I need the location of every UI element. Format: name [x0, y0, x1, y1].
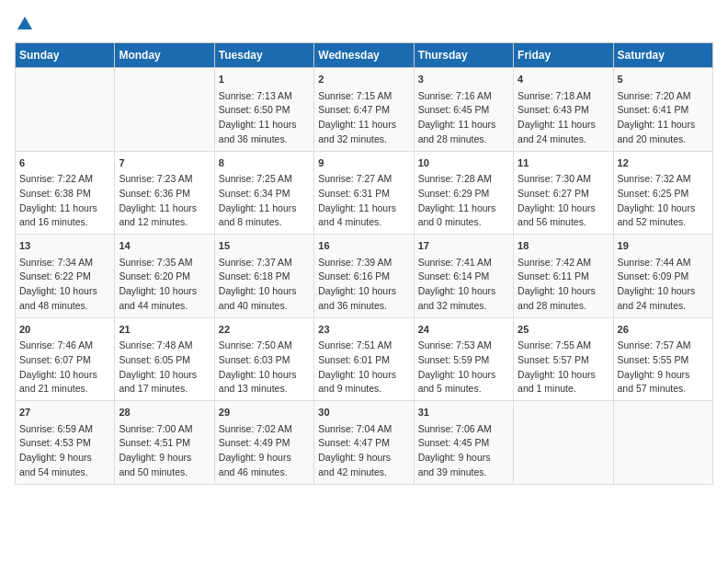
- day-content: Sunrise: 7:00 AM Sunset: 4:51 PM Dayligh…: [119, 422, 210, 480]
- calendar-cell: 4Sunrise: 7:18 AM Sunset: 6:43 PM Daylig…: [514, 68, 613, 152]
- calendar-week-1: 1Sunrise: 7:13 AM Sunset: 6:50 PM Daylig…: [16, 68, 713, 152]
- day-content: Sunrise: 7:46 AM Sunset: 6:07 PM Dayligh…: [19, 339, 110, 396]
- calendar-cell: 19Sunrise: 7:44 AM Sunset: 6:09 PM Dayli…: [613, 235, 712, 318]
- day-header-thursday: Thursday: [414, 43, 513, 68]
- day-content: Sunrise: 7:22 AM Sunset: 6:38 PM Dayligh…: [19, 172, 110, 230]
- calendar-cell: 22Sunrise: 7:50 AM Sunset: 6:03 PM Dayli…: [214, 317, 313, 401]
- calendar-cell: 16Sunrise: 7:39 AM Sunset: 6:16 PM Dayli…: [314, 235, 414, 318]
- day-number: 4: [518, 72, 609, 87]
- calendar-cell: 6Sunrise: 7:22 AM Sunset: 6:38 PM Daylig…: [16, 151, 115, 235]
- day-number: 5: [618, 72, 709, 87]
- day-number: 16: [318, 238, 409, 254]
- day-number: 6: [19, 155, 110, 171]
- day-number: 18: [518, 238, 609, 254]
- day-content: Sunrise: 7:13 AM Sunset: 6:50 PM Dayligh…: [219, 89, 310, 147]
- day-content: Sunrise: 7:44 AM Sunset: 6:09 PM Dayligh…: [618, 256, 709, 314]
- day-number: 28: [119, 405, 210, 420]
- calendar-cell: 24Sunrise: 7:53 AM Sunset: 5:59 PM Dayli…: [414, 317, 513, 401]
- calendar-cell: 25Sunrise: 7:55 AM Sunset: 5:57 PM Dayli…: [514, 317, 613, 401]
- day-content: Sunrise: 7:32 AM Sunset: 6:25 PM Dayligh…: [618, 172, 709, 230]
- day-content: Sunrise: 7:30 AM Sunset: 6:27 PM Dayligh…: [518, 172, 609, 230]
- calendar-cell: 11Sunrise: 7:30 AM Sunset: 6:27 PM Dayli…: [514, 151, 613, 235]
- day-number: 25: [518, 322, 609, 338]
- calendar-cell: [613, 401, 712, 485]
- calendar-cell: 26Sunrise: 7:57 AM Sunset: 5:55 PM Dayli…: [613, 317, 712, 401]
- calendar-cell: 31Sunrise: 7:06 AM Sunset: 4:45 PM Dayli…: [414, 401, 513, 485]
- day-content: Sunrise: 7:15 AM Sunset: 6:47 PM Dayligh…: [318, 89, 409, 147]
- day-number: 26: [618, 322, 709, 338]
- calendar-cell: 12Sunrise: 7:32 AM Sunset: 6:25 PM Dayli…: [613, 151, 712, 235]
- calendar-cell: 5Sunrise: 7:20 AM Sunset: 6:41 PM Daylig…: [613, 68, 712, 152]
- day-number: 9: [318, 155, 409, 171]
- day-content: Sunrise: 7:02 AM Sunset: 4:49 PM Dayligh…: [219, 422, 310, 480]
- day-content: Sunrise: 7:50 AM Sunset: 6:03 PM Dayligh…: [219, 339, 310, 396]
- day-number: 1: [219, 72, 310, 87]
- calendar-cell: 20Sunrise: 7:46 AM Sunset: 6:07 PM Dayli…: [16, 317, 115, 401]
- day-number: 7: [119, 155, 210, 171]
- day-header-tuesday: Tuesday: [214, 43, 313, 68]
- day-content: Sunrise: 6:59 AM Sunset: 4:53 PM Dayligh…: [19, 422, 110, 480]
- calendar-cell: 21Sunrise: 7:48 AM Sunset: 6:05 PM Dayli…: [115, 317, 214, 401]
- day-content: Sunrise: 7:04 AM Sunset: 4:47 PM Dayligh…: [318, 422, 409, 480]
- day-content: Sunrise: 7:28 AM Sunset: 6:29 PM Dayligh…: [418, 172, 509, 230]
- day-number: 22: [219, 322, 310, 338]
- day-content: Sunrise: 7:51 AM Sunset: 6:01 PM Dayligh…: [318, 339, 409, 396]
- calendar-cell: 23Sunrise: 7:51 AM Sunset: 6:01 PM Dayli…: [314, 317, 414, 401]
- calendar-cell: 3Sunrise: 7:16 AM Sunset: 6:45 PM Daylig…: [414, 68, 513, 152]
- day-number: 11: [518, 155, 609, 171]
- calendar-table: SundayMondayTuesdayWednesdayThursdayFrid…: [15, 42, 713, 485]
- day-content: Sunrise: 7:23 AM Sunset: 6:36 PM Dayligh…: [119, 172, 210, 230]
- day-content: Sunrise: 7:20 AM Sunset: 6:41 PM Dayligh…: [618, 89, 709, 147]
- day-header-monday: Monday: [115, 43, 214, 68]
- calendar-week-2: 6Sunrise: 7:22 AM Sunset: 6:38 PM Daylig…: [16, 151, 713, 235]
- calendar-cell: 13Sunrise: 7:34 AM Sunset: 6:22 PM Dayli…: [16, 235, 115, 318]
- calendar-week-3: 13Sunrise: 7:34 AM Sunset: 6:22 PM Dayli…: [16, 235, 713, 318]
- calendar-cell: 7Sunrise: 7:23 AM Sunset: 6:36 PM Daylig…: [115, 151, 214, 235]
- day-content: Sunrise: 7:57 AM Sunset: 5:55 PM Dayligh…: [618, 339, 709, 396]
- calendar-cell: 2Sunrise: 7:15 AM Sunset: 6:47 PM Daylig…: [314, 68, 414, 152]
- day-content: Sunrise: 7:39 AM Sunset: 6:16 PM Dayligh…: [318, 256, 409, 314]
- day-number: 2: [318, 72, 409, 87]
- day-number: 30: [318, 405, 409, 420]
- calendar-cell: 29Sunrise: 7:02 AM Sunset: 4:49 PM Dayli…: [214, 401, 313, 485]
- day-header-friday: Friday: [514, 43, 613, 68]
- day-number: 17: [418, 238, 509, 254]
- day-content: Sunrise: 7:37 AM Sunset: 6:18 PM Dayligh…: [219, 256, 310, 314]
- svg-marker-0: [17, 17, 32, 29]
- calendar-cell: [115, 68, 214, 152]
- day-number: 12: [618, 155, 709, 171]
- calendar-cell: 17Sunrise: 7:41 AM Sunset: 6:14 PM Dayli…: [414, 235, 513, 318]
- day-content: Sunrise: 7:06 AM Sunset: 4:45 PM Dayligh…: [418, 422, 509, 480]
- calendar-cell: 8Sunrise: 7:25 AM Sunset: 6:34 PM Daylig…: [214, 151, 313, 235]
- day-number: 23: [318, 322, 409, 338]
- day-number: 27: [19, 405, 110, 420]
- page-header: [15, 15, 713, 35]
- day-number: 21: [119, 322, 210, 338]
- day-content: Sunrise: 7:53 AM Sunset: 5:59 PM Dayligh…: [418, 339, 509, 396]
- calendar-cell: 1Sunrise: 7:13 AM Sunset: 6:50 PM Daylig…: [214, 68, 313, 152]
- calendar-cell: 30Sunrise: 7:04 AM Sunset: 4:47 PM Dayli…: [314, 401, 414, 485]
- calendar-cell: [514, 401, 613, 485]
- day-number: 31: [418, 405, 509, 420]
- day-content: Sunrise: 7:27 AM Sunset: 6:31 PM Dayligh…: [318, 172, 409, 230]
- calendar-week-4: 20Sunrise: 7:46 AM Sunset: 6:07 PM Dayli…: [16, 317, 713, 401]
- calendar-cell: 10Sunrise: 7:28 AM Sunset: 6:29 PM Dayli…: [414, 151, 513, 235]
- calendar-header: SundayMondayTuesdayWednesdayThursdayFrid…: [16, 43, 713, 68]
- day-content: Sunrise: 7:55 AM Sunset: 5:57 PM Dayligh…: [518, 339, 609, 396]
- calendar-cell: 27Sunrise: 6:59 AM Sunset: 4:53 PM Dayli…: [16, 401, 115, 485]
- day-number: 14: [119, 238, 210, 254]
- calendar-cell: [16, 68, 115, 152]
- calendar-cell: 18Sunrise: 7:42 AM Sunset: 6:11 PM Dayli…: [514, 235, 613, 318]
- day-content: Sunrise: 7:42 AM Sunset: 6:11 PM Dayligh…: [518, 256, 609, 314]
- day-content: Sunrise: 7:48 AM Sunset: 6:05 PM Dayligh…: [119, 339, 210, 396]
- day-number: 3: [418, 72, 509, 87]
- day-number: 24: [418, 322, 509, 338]
- calendar-week-5: 27Sunrise: 6:59 AM Sunset: 4:53 PM Dayli…: [16, 401, 713, 485]
- day-number: 15: [219, 238, 310, 254]
- day-header-sunday: Sunday: [16, 43, 115, 68]
- calendar-cell: 28Sunrise: 7:00 AM Sunset: 4:51 PM Dayli…: [115, 401, 214, 485]
- day-content: Sunrise: 7:35 AM Sunset: 6:20 PM Dayligh…: [119, 256, 210, 314]
- day-number: 29: [219, 405, 310, 420]
- day-number: 10: [418, 155, 509, 171]
- day-number: 20: [19, 322, 110, 338]
